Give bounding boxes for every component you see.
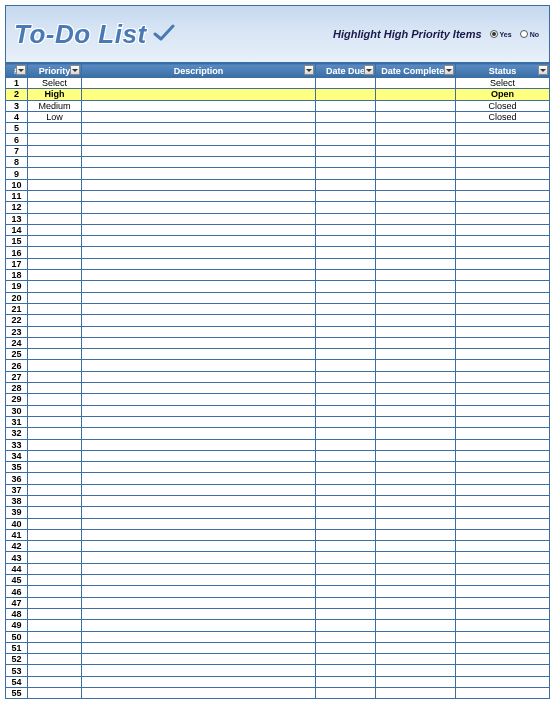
- cell-priority[interactable]: [28, 145, 82, 156]
- cell-num[interactable]: 23: [6, 326, 28, 337]
- cell-num[interactable]: 7: [6, 145, 28, 156]
- cell-due[interactable]: [316, 518, 376, 529]
- cell-complete[interactable]: [376, 213, 456, 224]
- cell-description[interactable]: [82, 439, 316, 450]
- cell-priority[interactable]: [28, 416, 82, 427]
- cell-description[interactable]: [82, 202, 316, 213]
- cell-due[interactable]: [316, 575, 376, 586]
- cell-priority[interactable]: [28, 349, 82, 360]
- cell-status[interactable]: [456, 337, 550, 348]
- cell-complete[interactable]: [376, 462, 456, 473]
- cell-num[interactable]: 52: [6, 654, 28, 665]
- cell-priority[interactable]: [28, 292, 82, 303]
- cell-due[interactable]: [316, 134, 376, 145]
- cell-description[interactable]: [82, 111, 316, 122]
- cell-priority[interactable]: [28, 620, 82, 631]
- cell-description[interactable]: [82, 495, 316, 506]
- cell-complete[interactable]: [376, 236, 456, 247]
- cell-priority[interactable]: [28, 631, 82, 642]
- cell-complete[interactable]: [376, 676, 456, 687]
- cell-due[interactable]: [316, 405, 376, 416]
- cell-due[interactable]: [316, 100, 376, 111]
- cell-due[interactable]: [316, 665, 376, 676]
- cell-due[interactable]: [316, 179, 376, 190]
- cell-complete[interactable]: [376, 292, 456, 303]
- cell-priority[interactable]: [28, 179, 82, 190]
- cell-complete[interactable]: [376, 541, 456, 552]
- cell-description[interactable]: [82, 337, 316, 348]
- cell-due[interactable]: [316, 552, 376, 563]
- cell-complete[interactable]: [376, 529, 456, 540]
- cell-complete[interactable]: [376, 654, 456, 665]
- cell-num[interactable]: 50: [6, 631, 28, 642]
- cell-description[interactable]: [82, 586, 316, 597]
- cell-description[interactable]: [82, 552, 316, 563]
- cell-description[interactable]: [82, 89, 316, 100]
- filter-dropdown-icon[interactable]: [538, 65, 548, 75]
- cell-num[interactable]: 35: [6, 462, 28, 473]
- cell-complete[interactable]: [376, 620, 456, 631]
- cell-num[interactable]: 8: [6, 157, 28, 168]
- cell-due[interactable]: [316, 326, 376, 337]
- cell-status[interactable]: [456, 631, 550, 642]
- cell-complete[interactable]: [376, 450, 456, 461]
- cell-complete[interactable]: [376, 416, 456, 427]
- cell-num[interactable]: 27: [6, 371, 28, 382]
- cell-description[interactable]: [82, 224, 316, 235]
- cell-description[interactable]: [82, 371, 316, 382]
- cell-complete[interactable]: [376, 349, 456, 360]
- cell-complete[interactable]: [376, 303, 456, 314]
- cell-description[interactable]: [82, 597, 316, 608]
- cell-description[interactable]: [82, 575, 316, 586]
- cell-status[interactable]: [456, 597, 550, 608]
- cell-num[interactable]: 26: [6, 360, 28, 371]
- cell-num[interactable]: 3: [6, 100, 28, 111]
- cell-description[interactable]: [82, 383, 316, 394]
- cell-description[interactable]: [82, 168, 316, 179]
- radio-no[interactable]: No: [520, 30, 539, 38]
- cell-priority[interactable]: [28, 688, 82, 699]
- cell-priority[interactable]: [28, 462, 82, 473]
- col-header-num[interactable]: #: [6, 64, 28, 78]
- radio-yes[interactable]: Yes: [490, 30, 512, 38]
- cell-status[interactable]: [456, 654, 550, 665]
- cell-complete[interactable]: [376, 337, 456, 348]
- cell-due[interactable]: [316, 484, 376, 495]
- cell-priority[interactable]: [28, 123, 82, 134]
- cell-due[interactable]: [316, 224, 376, 235]
- cell-num[interactable]: 1: [6, 78, 28, 89]
- cell-complete[interactable]: [376, 281, 456, 292]
- filter-dropdown-icon[interactable]: [304, 65, 314, 75]
- cell-description[interactable]: [82, 688, 316, 699]
- cell-complete[interactable]: [376, 484, 456, 495]
- filter-dropdown-icon[interactable]: [70, 65, 80, 75]
- cell-num[interactable]: 16: [6, 247, 28, 258]
- cell-num[interactable]: 22: [6, 315, 28, 326]
- cell-due[interactable]: [316, 145, 376, 156]
- cell-due[interactable]: [316, 202, 376, 213]
- cell-priority[interactable]: Low: [28, 111, 82, 122]
- cell-status[interactable]: [456, 303, 550, 314]
- filter-dropdown-icon[interactable]: [444, 65, 454, 75]
- cell-description[interactable]: [82, 213, 316, 224]
- cell-description[interactable]: [82, 349, 316, 360]
- cell-priority[interactable]: [28, 394, 82, 405]
- cell-due[interactable]: [316, 495, 376, 506]
- cell-status[interactable]: [456, 371, 550, 382]
- cell-priority[interactable]: [28, 303, 82, 314]
- col-header-priority[interactable]: Priority: [28, 64, 82, 78]
- cell-num[interactable]: 51: [6, 642, 28, 653]
- cell-num[interactable]: 12: [6, 202, 28, 213]
- cell-due[interactable]: [316, 620, 376, 631]
- cell-description[interactable]: [82, 416, 316, 427]
- cell-status[interactable]: [456, 552, 550, 563]
- cell-status[interactable]: [456, 529, 550, 540]
- cell-num[interactable]: 9: [6, 168, 28, 179]
- cell-description[interactable]: [82, 258, 316, 269]
- cell-due[interactable]: [316, 462, 376, 473]
- cell-complete[interactable]: [376, 642, 456, 653]
- cell-complete[interactable]: [376, 326, 456, 337]
- cell-priority[interactable]: [28, 315, 82, 326]
- cell-priority[interactable]: [28, 665, 82, 676]
- cell-priority[interactable]: [28, 552, 82, 563]
